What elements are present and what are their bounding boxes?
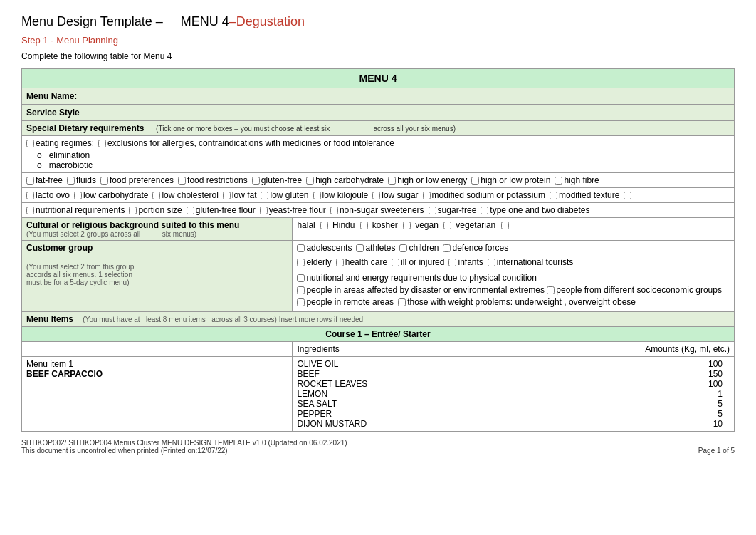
- cb-health-care[interactable]: health care: [336, 257, 387, 267]
- menu-name-label: Menu Name:: [26, 91, 77, 101]
- exclusions-checkbox[interactable]: exclusions for allergies, contraindicati…: [98, 138, 394, 148]
- dietary-label: Special Dietary requirements: [26, 123, 144, 133]
- cb-infants[interactable]: infants: [448, 257, 483, 267]
- cb-ill-or-injured[interactable]: ill or injured: [392, 257, 444, 267]
- cb-remote-weight-row: people in remote areas those with weight…: [297, 297, 730, 307]
- cb-type-one-two-diabetes[interactable]: type one and two diabetes: [481, 205, 589, 215]
- cb-food-restrictions[interactable]: food restrictions: [178, 175, 248, 185]
- cultural-note: (You must select 2 groups across all six…: [26, 230, 288, 238]
- cb-nutritional-requirements[interactable]: nutritional requirements: [26, 205, 125, 215]
- exclusions-check[interactable]: [98, 140, 106, 147]
- cb-vegetarian[interactable]: vegetarian: [456, 220, 508, 230]
- cultural-right-cell: halal Hindu kosher vegan vegetarian: [293, 218, 735, 241]
- cb-non-sugar-sweeteners[interactable]: non-sugar sweeteners: [330, 205, 424, 215]
- cb-defence-forces[interactable]: defence forces: [443, 243, 508, 253]
- exclusions-label: exclusions for allergies, contraindicati…: [107, 138, 394, 148]
- cb-high-fibre[interactable]: high fibre: [555, 175, 599, 185]
- cb-low-gluten[interactable]: low gluten: [261, 190, 308, 200]
- cb-modified-sodium[interactable]: modified sodium or potassium: [423, 190, 545, 200]
- step-label: Step 1 - Menu Planning: [21, 35, 735, 46]
- title-text: Menu Design Template –: [21, 14, 163, 28]
- cb-modified-texture[interactable]: modified texture: [550, 190, 619, 200]
- checkboxes-row3: nutritional requirements portion size gl…: [22, 203, 735, 218]
- amount-1: 100: [708, 359, 723, 369]
- ingredients-header-left: [22, 342, 293, 357]
- eating-regimes-checkbox[interactable]: eating regimes:: [26, 138, 94, 148]
- checkboxes-row1: fat-free fluids food preferences food re…: [22, 173, 735, 188]
- service-style-label: Service Style: [26, 108, 80, 118]
- menu-name-cell: Menu Name:: [22, 88, 735, 105]
- cb-vegan[interactable]: vegan: [415, 220, 451, 230]
- checkboxes-row2-content: lacto ovo low carbohydrate low cholester…: [26, 190, 730, 200]
- cb-food-preferences[interactable]: food preferences: [100, 175, 174, 185]
- customer-group-row: Customer group (You must select 2 from t…: [22, 241, 735, 312]
- cb-kosher[interactable]: kosher: [372, 220, 411, 230]
- cb-halal[interactable]: halal: [297, 220, 328, 230]
- eating-regimes-cell: eating regimes: exclusions for allergies…: [22, 136, 735, 173]
- cb-disaster-areas[interactable]: people in areas affected by disaster or …: [297, 285, 545, 295]
- cb-lacto-ovo[interactable]: lacto ovo: [26, 190, 70, 200]
- cb-fat-free[interactable]: fat-free: [26, 175, 63, 185]
- cb-gluten-free[interactable]: gluten-free: [252, 175, 302, 185]
- cb-children[interactable]: children: [399, 243, 439, 253]
- eating-regimes-row: eating regimes: exclusions for allergies…: [22, 136, 735, 173]
- cb-low-sugar[interactable]: low sugar: [372, 190, 418, 200]
- ingredient-rocket: ROCKET LEAVES: [297, 379, 367, 389]
- cb-weight-problems[interactable]: those with weight problems: underweight …: [398, 297, 636, 307]
- ingredient-beef: BEEF: [297, 369, 367, 379]
- menu-item-1-row: Menu item 1 BEEF CARPACCIO OLIVE OIL BEE…: [22, 357, 735, 432]
- footer-line1: SITHKOP002/ SITHKOP004 Menus Cluster MEN…: [21, 439, 735, 447]
- cb-portion-size[interactable]: portion size: [129, 205, 182, 215]
- amount-3: 100: [708, 379, 723, 389]
- elimination-item: o elimination o macrobiotic: [37, 150, 730, 170]
- menu-items-header-row: Menu Items (You must have at least 8 men…: [22, 312, 735, 327]
- cb-low-fat[interactable]: low fat: [223, 190, 257, 200]
- menu-items-note: (You must have at least 8 menu items acr…: [83, 316, 363, 323]
- course-header-cell: Course 1 – Entrée/ Starter: [22, 327, 735, 342]
- degustation-label: –Degustation: [229, 14, 305, 28]
- cb-low-cholesterol[interactable]: low cholesterol: [152, 190, 218, 200]
- cb-nutritional-energy[interactable]: nutritional and energy requirements due …: [297, 273, 537, 283]
- cb-high-or-low-energy[interactable]: high or low energy: [388, 175, 467, 185]
- cb-adolescents[interactable]: adolescents: [297, 243, 352, 253]
- cb-high-or-low-protein[interactable]: high or low protein: [471, 175, 550, 185]
- ingredients-header-row: Ingredients Amounts (Kg, ml, etc.): [22, 342, 735, 357]
- amount-6: 5: [708, 409, 723, 419]
- instruction: Complete the following table for Menu 4: [21, 51, 735, 61]
- cb-international-tourists[interactable]: international tourists: [488, 257, 573, 267]
- ingredients-label: Ingredients: [297, 344, 339, 354]
- eating-regimes-check[interactable]: [26, 140, 34, 147]
- cultural-label: Cultural or religious background suited …: [26, 220, 288, 230]
- cb-fluids[interactable]: fluids: [67, 175, 96, 185]
- checkboxes-row1-cell: fat-free fluids food preferences food re…: [22, 173, 735, 188]
- eating-regimes-label: eating regimes:: [36, 138, 94, 148]
- footer: SITHKOP002/ SITHKOP004 Menus Cluster MEN…: [21, 439, 735, 455]
- amounts-label: Amounts (Kg, ml, etc.): [645, 344, 730, 354]
- cb-socioeconomic[interactable]: people from different socioeconomic grou…: [547, 285, 722, 295]
- checkboxes-row3-content: nutritional requirements portion size gl…: [26, 205, 730, 215]
- ingredient-sea-salt: SEA SALT: [297, 399, 367, 409]
- cb-high-carbohydrate[interactable]: high carbohydrate: [306, 175, 384, 185]
- service-style-row: Service Style: [22, 105, 735, 121]
- cb-hindu[interactable]: Hindu: [332, 220, 368, 230]
- cb-gluten-free-flour[interactable]: gluten-free flour: [187, 205, 256, 215]
- table-header-row: MENU 4: [22, 69, 735, 88]
- menu-name-row: Menu Name:: [22, 88, 735, 105]
- ingredients-list: OLIVE OIL BEEF ROCKET LEAVES LEMON SEA S…: [297, 359, 367, 429]
- checkboxes-row2: lacto ovo low carbohydrate low cholester…: [22, 188, 735, 203]
- dietary-header-row: Special Dietary requirements (Tick one o…: [22, 121, 735, 136]
- customer-group-label: Customer group: [26, 243, 288, 253]
- cb-low-carbohydrate[interactable]: low carbohydrate: [74, 190, 148, 200]
- cb-yeast-free-flour[interactable]: yeast-free flour: [260, 205, 326, 215]
- menu-item-1-left: Menu item 1 BEEF CARPACCIO: [22, 357, 293, 432]
- cb-sugar-free[interactable]: sugar-free: [429, 205, 477, 215]
- cb-remote-areas[interactable]: people in remote areas: [297, 297, 394, 307]
- footer-page: Page 1 of 5: [698, 447, 735, 455]
- amounts-list: 100 150 100 1 5 5 10: [708, 359, 730, 429]
- cb-elderly[interactable]: elderly: [297, 257, 331, 267]
- menu-item-1-label: Menu item 1: [26, 359, 288, 369]
- customer-note: (You must select 2 from this group accor…: [26, 263, 288, 286]
- cb-low-kilojoule[interactable]: low kilojoule: [313, 190, 369, 200]
- ingredient-olive-oil: OLIVE OIL: [297, 359, 367, 369]
- cb-athletes[interactable]: athletes: [356, 243, 395, 253]
